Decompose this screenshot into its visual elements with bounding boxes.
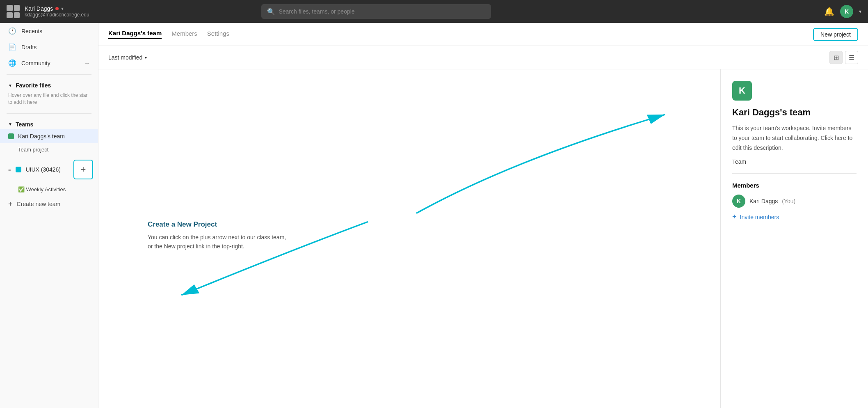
sidebar: 🕐 Recents 📄 Drafts 🌐 Community → ▼ Favor… — [0, 23, 98, 408]
user-name: Kari Daggs — [25, 5, 53, 12]
sidebar-item-recents[interactable]: 🕐 Recents — [0, 23, 98, 39]
topbar: Kari Daggs ▾ kdaggs@madisoncollege.edu 🔍… — [0, 0, 868, 23]
plus-icon: + — [8, 200, 13, 209]
collapse-arrow-icon-2: ▼ — [8, 122, 12, 126]
sidebar-item-label: Recents — [21, 28, 42, 34]
uiux-label: UIUX (30426) — [25, 166, 61, 173]
sidebar-sub-item-team-project[interactable]: Team project — [0, 143, 98, 156]
bell-icon[interactable]: 🔔 — [824, 7, 834, 16]
topbar-right: 🔔 K ▾ — [824, 5, 861, 18]
uiux-color-indicator — [16, 167, 21, 172]
add-project-button[interactable]: + — [73, 160, 93, 179]
search-bar[interactable]: 🔍 — [261, 4, 491, 19]
team-type: Team — [732, 158, 857, 165]
center-area: Create a New Project You can click on th… — [98, 69, 720, 408]
app-logo — [7, 5, 20, 18]
team-item-label: Kari Daggs's team — [18, 133, 65, 140]
panel-divider — [732, 173, 857, 174]
tab-members[interactable]: Members — [171, 30, 197, 39]
favorite-files-header[interactable]: ▼ Favorite files — [0, 78, 98, 90]
content-topbar: Kari Daggs's team Members Settings New p… — [98, 23, 868, 46]
favorite-files-hint: Hover over any file and click the star t… — [0, 90, 98, 110]
teams-label: Teams — [16, 121, 33, 128]
tooltip-box: Create a New Project You can click on th… — [148, 220, 287, 251]
team-avatar: K — [732, 81, 752, 101]
content-body: Create a New Project You can click on th… — [98, 69, 868, 408]
team-color-indicator — [8, 133, 14, 139]
divider-1 — [7, 74, 91, 75]
sort-dropdown[interactable]: Last modified ▾ — [108, 54, 147, 61]
toolbar: Last modified ▾ ⊞ ☰ — [98, 46, 868, 69]
globe-icon: 🌐 — [8, 59, 16, 67]
new-project-button[interactable]: New project — [813, 28, 858, 41]
community-arrow-icon: → — [84, 60, 90, 66]
teams-header[interactable]: ▼ Teams — [0, 117, 98, 129]
avatar[interactable]: K — [840, 5, 853, 18]
members-section-title: Members — [732, 182, 857, 189]
plus-icon-invite: + — [732, 213, 737, 221]
sidebar-item-label: Drafts — [21, 44, 37, 50]
avatar-dropdown-icon[interactable]: ▾ — [859, 9, 861, 14]
favorite-files-label: Favorite files — [16, 82, 51, 89]
tab-settings[interactable]: Settings — [207, 30, 229, 39]
search-input[interactable] — [279, 8, 485, 15]
sidebar-item-uiux[interactable]: ≡ UIUX (30426) + — [0, 156, 98, 183]
member-name: Kari Daggs — [749, 198, 778, 204]
status-dot — [55, 7, 59, 10]
sidebar-item-drafts[interactable]: 📄 Drafts — [0, 39, 98, 55]
sub-item-label: Team project — [18, 147, 48, 153]
search-icon: 🔍 — [267, 8, 275, 16]
drag-handle-icon: ≡ — [8, 167, 11, 172]
sidebar-item-label: Community — [21, 60, 50, 66]
tooltip-text: You can click on the plus arrow next to … — [148, 233, 287, 251]
divider-2 — [7, 113, 91, 114]
sidebar-item-kari-team[interactable]: Kari Daggs's team — [0, 129, 98, 143]
member-you-label: (You) — [782, 198, 795, 204]
view-buttons: ⊞ ☰ — [829, 51, 858, 64]
invite-members-button[interactable]: + Invite members — [732, 213, 857, 221]
drafts-icon: 📄 — [8, 43, 16, 51]
content-area: Kari Daggs's team Members Settings New p… — [98, 23, 868, 408]
create-new-team-button[interactable]: + Create new team — [0, 196, 98, 213]
team-description[interactable]: This is your team's workspace. Invite me… — [732, 124, 857, 153]
sort-label: Last modified — [108, 54, 142, 61]
recents-icon: 🕐 — [8, 27, 16, 35]
collapse-arrow-icon: ▼ — [8, 83, 12, 88]
sidebar-sub-item-weekly[interactable]: ✅ Weekly Activities — [0, 183, 98, 196]
user-info: Kari Daggs ▾ kdaggs@madisoncollege.edu — [25, 5, 89, 18]
member-row: K Kari Daggs (You) — [732, 195, 857, 208]
main-area: 🕐 Recents 📄 Drafts 🌐 Community → ▼ Favor… — [0, 23, 868, 408]
team-name: Kari Daggs's team — [732, 107, 857, 118]
invite-label: Invite members — [740, 214, 779, 220]
tab-kari-team[interactable]: Kari Daggs's team — [108, 30, 162, 39]
tooltip-title: Create a New Project — [148, 220, 287, 229]
sidebar-item-community[interactable]: 🌐 Community → — [0, 55, 98, 71]
user-email: kdaggs@madisoncollege.edu — [25, 12, 89, 18]
user-dropdown-icon[interactable]: ▾ — [61, 6, 64, 11]
sort-caret-icon: ▾ — [145, 55, 147, 60]
list-view-button[interactable]: ☰ — [845, 51, 858, 64]
member-avatar: K — [732, 195, 745, 208]
sub-item-label-weekly: ✅ Weekly Activities — [18, 186, 66, 193]
create-new-team-label: Create new team — [17, 201, 61, 207]
grid-view-button[interactable]: ⊞ — [829, 51, 843, 64]
right-panel: K Kari Daggs's team This is your team's … — [720, 69, 868, 408]
